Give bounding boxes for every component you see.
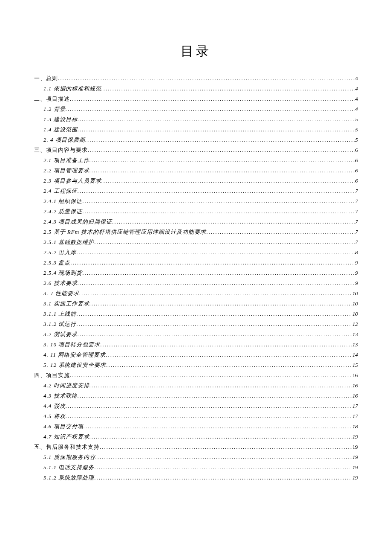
toc-entry-page: 4 <box>355 96 358 102</box>
toc-leader-dots <box>82 270 354 276</box>
toc-entry-label: 2.5.2 出入库 <box>43 250 76 255</box>
toc-entry-label: 5.1 质保期服务内容 <box>43 454 95 460</box>
toc-entry[interactable]: 2. 4 项目保质期5 <box>34 134 358 145</box>
toc-leader-dots <box>89 168 355 173</box>
toc-entry-label: 4.7 知识产权要求 <box>43 434 89 439</box>
toc-leader-dots <box>70 260 354 265</box>
toc-entry[interactable]: 2.2 项目管理要求6 <box>34 165 358 175</box>
toc-entry[interactable]: 4. 11 网络安全管理要求14 <box>34 349 358 360</box>
toc-entry[interactable]: 1.4 建设范围5 <box>34 124 358 134</box>
toc-entry[interactable]: 2.3 项目参与人员要求6 <box>34 175 358 186</box>
toc-entry-page: 6 <box>355 147 358 153</box>
toc-entry[interactable]: 4.5 将双17 <box>34 411 358 421</box>
toc-leader-dots <box>100 342 352 347</box>
toc-entry[interactable]: 4.4 驳次17 <box>34 401 358 411</box>
toc-entry[interactable]: 4.3 技术联络16 <box>34 390 358 401</box>
toc-entry-page: 16 <box>352 393 358 398</box>
toc-entry-page: 10 <box>352 311 358 317</box>
toc-entry-page: 19 <box>352 454 358 460</box>
toc-leader-dots <box>76 311 352 317</box>
toc-entry-page: 7 <box>355 209 358 214</box>
toc-entry[interactable]: 2.5.1 基础数据维护7 <box>34 237 358 247</box>
toc-entry[interactable]: 3.1.2 试运行12 <box>34 319 358 329</box>
toc-entry[interactable]: 2.5 基于 RFm 技术的杆塔供应链管理应用详细设计及功能要求7 <box>34 227 358 237</box>
toc-entry[interactable]: 2.6 技术要求9 <box>34 278 358 288</box>
toc-entry[interactable]: 4.7 知识产权要求19 <box>34 431 358 442</box>
toc-entry[interactable]: 2.4.3 项目成果的归属保证7 <box>34 216 358 227</box>
toc-entry-label: 2.2 项目管理要求 <box>43 168 89 173</box>
toc-entry-label: 3. 7 性能要求 <box>43 291 79 296</box>
toc-entry-label: 2.6 技术要求 <box>43 280 78 286</box>
toc-entry-label: 四、项目实施 <box>34 372 70 378</box>
toc-entry[interactable]: 三、项目内容与要求6 <box>34 145 358 155</box>
toc-entry[interactable]: 4.2 时间进度安排16 <box>34 380 358 390</box>
toc-leader-dots <box>78 280 355 286</box>
page: 目录 一、总则41.1 依据的标准和规范4二、项目描述41.2 背景41.3 建… <box>0 0 392 555</box>
toc-entry-page: 16 <box>352 383 358 388</box>
toc-entry-page: 7 <box>355 239 358 245</box>
toc-leader-dots <box>78 331 352 337</box>
toc-entry[interactable]: 5.1.1 电话支持服务19 <box>34 462 358 472</box>
toc-entry-label: 3.1 实施工作要求 <box>43 301 89 306</box>
toc-entry-label: 4.6 项目交付项 <box>43 424 84 429</box>
toc-entry[interactable]: 一、总则4 <box>34 73 358 83</box>
toc-entry-page: 10 <box>352 301 358 306</box>
toc-entry[interactable]: 3.1 实施工作要求10 <box>34 298 358 308</box>
toc-entry[interactable]: 3.2 测试要求13 <box>34 329 358 339</box>
toc-entry-page: 15 <box>352 362 358 368</box>
toc-entry-label: 二、项目描述 <box>34 96 70 102</box>
toc-entry-page: 17 <box>352 413 358 419</box>
toc-leader-dots <box>89 434 352 439</box>
toc-leader-dots <box>78 393 352 398</box>
toc-entry[interactable]: 2.5.4 现场到货9 <box>34 267 358 278</box>
toc-entry[interactable]: 2.4 工程保证7 <box>34 186 358 196</box>
toc-entry-page: 19 <box>352 444 358 450</box>
toc-entry[interactable]: 2.5.2 出入库8 <box>34 247 358 257</box>
toc-entry-label: 2.1 项目准备工作 <box>43 157 89 163</box>
toc-entry-label: 2.5 基于 RFm 技术的杆塔供应链管理应用详细设计及功能要求 <box>43 229 206 235</box>
toc-entry-label: 五、售后服务和技术支持 <box>34 444 100 450</box>
toc-leader-dots <box>78 188 355 194</box>
toc-leader-dots <box>78 116 355 122</box>
toc-entry-page: 17 <box>352 403 358 409</box>
toc-list: 一、总则41.1 依据的标准和规范4二、项目描述41.2 背景41.3 建设目标… <box>34 73 358 482</box>
toc-title: 目录 <box>34 43 358 60</box>
toc-entry[interactable]: 二、项目描述4 <box>34 93 358 104</box>
toc-entry-label: 5.1.2 系统故障处理 <box>43 475 94 480</box>
toc-entry-label: 2.5.4 现场到货 <box>43 270 82 276</box>
toc-entry[interactable]: 1.3 建设目标5 <box>34 114 358 124</box>
toc-entry[interactable]: 2.5.3 盘点9 <box>34 257 358 267</box>
toc-entry[interactable]: 3. 10 项目转分包要求13 <box>34 339 358 349</box>
toc-leader-dots <box>66 403 352 409</box>
toc-entry-label: 2.3 项目参与人员要求 <box>43 178 101 183</box>
toc-entry[interactable]: 5.1 质保期服务内容19 <box>34 452 358 462</box>
toc-leader-dots <box>70 372 352 378</box>
toc-entry-page: 4 <box>355 106 358 112</box>
toc-entry-page: 7 <box>355 229 358 235</box>
toc-entry[interactable]: 2.1 项目准备工作6 <box>34 155 358 165</box>
toc-entry[interactable]: 3.1.1 上线前10 <box>34 308 358 319</box>
toc-entry-page: 13 <box>352 342 358 347</box>
toc-entry[interactable]: 3. 7 性能要求10 <box>34 288 358 298</box>
toc-entry[interactable]: 四、项目实施16 <box>34 370 358 380</box>
toc-entry[interactable]: 4.6 项目交付项18 <box>34 421 358 431</box>
toc-leader-dots <box>70 96 355 102</box>
toc-entry-page: 6 <box>355 178 358 183</box>
toc-entry[interactable]: 1.2 背景4 <box>34 104 358 114</box>
toc-entry-label: 3.1.1 上线前 <box>43 311 76 317</box>
toc-entry[interactable]: 1.1 依据的标准和规范4 <box>34 83 358 93</box>
toc-leader-dots <box>94 465 352 470</box>
toc-leader-dots <box>82 198 354 204</box>
toc-leader-dots <box>88 147 355 153</box>
toc-entry[interactable]: 2.4.1 组织保证7 <box>34 196 358 206</box>
toc-entry[interactable]: 5. 12 系统建设安全要求15 <box>34 360 358 370</box>
toc-leader-dots <box>89 157 355 163</box>
toc-leader-dots <box>95 454 352 460</box>
toc-entry-page: 14 <box>352 352 358 357</box>
toc-entry[interactable]: 五、售后服务和技术支持19 <box>34 442 358 452</box>
toc-entry[interactable]: 5.1.2 系统故障处理19 <box>34 472 358 482</box>
toc-entry-label: 1.4 建设范围 <box>43 127 78 132</box>
toc-entry[interactable]: 2.4.2 质量保证7 <box>34 206 358 216</box>
toc-entry-label: 4.3 技术联络 <box>43 393 78 398</box>
toc-entry-label: 2.5.3 盘点 <box>43 260 70 265</box>
